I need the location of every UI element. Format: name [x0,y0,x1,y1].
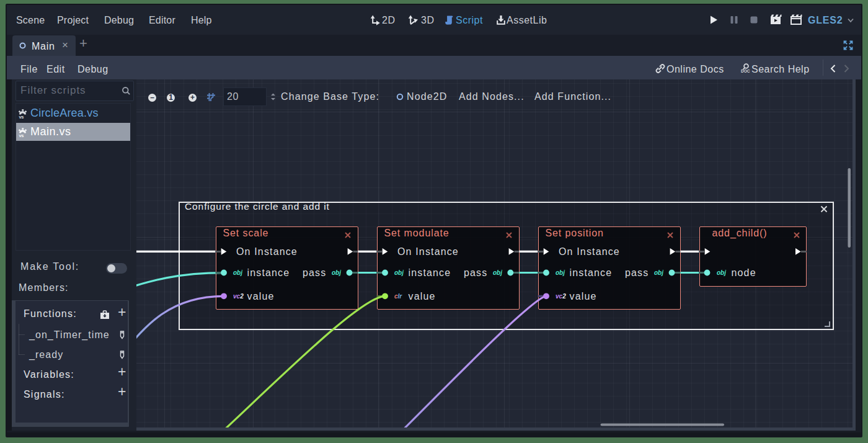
svg-text:DOC: DOC [741,69,750,73]
svg-text:vs: vs [19,133,24,137]
svg-text:vs: vs [19,114,24,119]
